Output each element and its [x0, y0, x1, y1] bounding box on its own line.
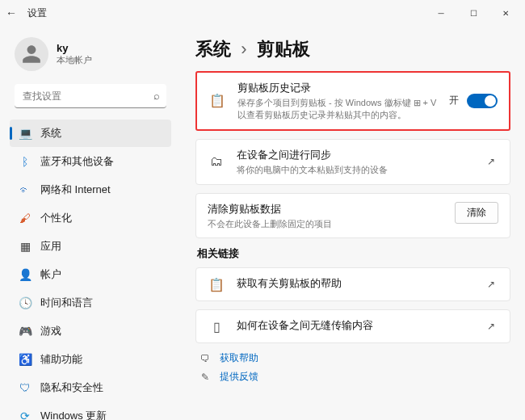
get-help-link[interactable]: 🗨获取帮助 — [199, 351, 510, 365]
card-sync[interactable]: 🗂 在设备之间进行同步 将你的电脑中的文本粘贴到支持的设备 ↗ — [195, 139, 510, 185]
sidebar-item-label: 应用 — [40, 239, 61, 254]
sidebar-item-time[interactable]: 🕓时间和语言 — [10, 289, 171, 317]
sidebar-item-network[interactable]: ᯤ网络和 Internet — [10, 176, 171, 204]
feedback-icon: ✎ — [199, 372, 212, 383]
minimize-button[interactable]: ─ — [425, 2, 457, 24]
clipboard-history-toggle[interactable] — [467, 94, 498, 108]
related-link-transfer[interactable]: ▯ 如何在设备之间无缝传输内容 ↗ — [195, 309, 510, 343]
search-input[interactable] — [15, 84, 166, 108]
accessibility-icon: ♿ — [18, 353, 32, 366]
sidebar-item-accounts[interactable]: 👤帐户 — [10, 261, 171, 288]
help-icon: 🗨 — [199, 353, 212, 364]
shield-icon: 🛡 — [18, 381, 32, 394]
card-clear: 清除剪贴板数据 不会在此设备上删除固定的项目 清除 — [195, 193, 510, 239]
card-title: 清除剪贴板数据 — [208, 202, 443, 216]
sidebar-item-update[interactable]: ⟳Windows 更新 — [10, 402, 171, 420]
sidebar-item-label: 辅助功能 — [40, 352, 82, 367]
avatar — [15, 37, 48, 71]
accounts-icon: 👤 — [18, 268, 32, 281]
maximize-button[interactable]: ☐ — [457, 2, 489, 24]
sidebar-item-personalization[interactable]: 🖌个性化 — [10, 204, 171, 232]
app-title: 设置 — [27, 6, 47, 20]
device-icon: ▯ — [208, 319, 225, 334]
sidebar-item-bluetooth[interactable]: ᛒ蓝牙和其他设备 — [10, 148, 171, 175]
sidebar-item-label: 帐户 — [40, 267, 61, 282]
breadcrumb-sep: › — [241, 39, 246, 59]
sidebar-item-accessibility[interactable]: ♿辅助功能 — [10, 346, 171, 373]
sidebar-item-gaming[interactable]: 🎮游戏 — [10, 317, 171, 345]
open-external-icon[interactable]: ↗ — [484, 279, 498, 290]
card-title: 在设备之间进行同步 — [237, 148, 472, 162]
brush-icon: 🖌 — [18, 212, 32, 225]
update-icon: ⟳ — [18, 410, 32, 420]
sidebar-item-label: 系统 — [40, 126, 61, 141]
toggle-state-label: 开 — [449, 94, 459, 107]
main-panel: 系统 › 剪贴板 📋 剪贴板历史记录 保存多个项目到剪贴板 - 按 Window… — [178, 26, 525, 420]
sidebar-item-privacy[interactable]: 🛡隐私和安全性 — [10, 374, 171, 401]
card-subtitle: 不会在此设备上删除固定的项目 — [208, 218, 443, 230]
related-heading: 相关链接 — [197, 246, 510, 261]
clipboard-icon: 📋 — [208, 277, 225, 292]
sidebar-item-label: 隐私和安全性 — [40, 380, 103, 395]
link-label: 获取有关剪贴板的帮助 — [237, 276, 472, 291]
card-clipboard-history: 📋 剪贴板历史记录 保存多个项目到剪贴板 - 按 Windows 徽标键 ⊞ +… — [195, 71, 510, 131]
sidebar-item-system[interactable]: 💻系统 — [10, 120, 171, 147]
link-label: 获取帮助 — [220, 351, 258, 365]
card-subtitle: 保存多个项目到剪贴板 - 按 Windows 徽标键 ⊞ + V 以查看剪贴板历… — [237, 97, 438, 121]
open-external-icon[interactable]: ↗ — [484, 156, 498, 167]
person-icon — [21, 44, 42, 65]
back-button[interactable]: ← — [3, 6, 19, 19]
user-name: ky — [57, 42, 92, 54]
link-label: 提供反馈 — [220, 370, 258, 384]
user-block[interactable]: ky 本地帐户 — [10, 32, 171, 79]
system-icon: 💻 — [18, 127, 32, 140]
user-subtitle: 本地帐户 — [57, 54, 92, 66]
sidebar-item-label: Windows 更新 — [40, 409, 107, 420]
gaming-icon: 🎮 — [18, 325, 32, 338]
give-feedback-link[interactable]: ✎提供反馈 — [199, 370, 510, 384]
card-title: 剪贴板历史记录 — [237, 81, 438, 95]
breadcrumb-page: 剪贴板 — [257, 39, 310, 59]
search-wrap: ⌕ — [15, 84, 166, 108]
sidebar-item-label: 游戏 — [40, 324, 61, 338]
titlebar: ← 设置 ─ ☐ ✕ — [0, 0, 525, 26]
search-icon: ⌕ — [153, 90, 160, 102]
related-link-help-clipboard[interactable]: 📋 获取有关剪贴板的帮助 ↗ — [195, 267, 510, 301]
sidebar-item-apps[interactable]: ▦应用 — [10, 233, 171, 260]
sidebar-item-label: 个性化 — [40, 211, 72, 225]
clock-icon: 🕓 — [18, 296, 32, 309]
sidebar: ky 本地帐户 ⌕ 💻系统 ᛒ蓝牙和其他设备 ᯤ网络和 Internet 🖌个性… — [0, 26, 178, 420]
sidebar-item-label: 网络和 Internet — [40, 183, 111, 197]
apps-icon: ▦ — [18, 240, 32, 253]
clear-button[interactable]: 清除 — [455, 202, 498, 224]
bluetooth-icon: ᛒ — [18, 155, 32, 168]
sidebar-item-label: 蓝牙和其他设备 — [40, 154, 114, 169]
breadcrumb-root[interactable]: 系统 — [195, 39, 231, 59]
clipboard-icon: 📋 — [208, 93, 226, 108]
card-subtitle: 将你的电脑中的文本粘贴到支持的设备 — [237, 164, 472, 176]
nav: 💻系统 ᛒ蓝牙和其他设备 ᯤ网络和 Internet 🖌个性化 ▦应用 👤帐户 … — [10, 120, 171, 420]
close-button[interactable]: ✕ — [489, 2, 522, 24]
breadcrumb: 系统 › 剪贴板 — [195, 37, 510, 61]
wifi-icon: ᯤ — [18, 183, 32, 196]
open-external-icon[interactable]: ↗ — [484, 321, 498, 332]
footer-links: 🗨获取帮助 ✎提供反馈 — [195, 351, 510, 384]
sync-icon: 🗂 — [208, 154, 225, 169]
settings-window: ← 设置 ─ ☐ ✕ ky 本地帐户 ⌕ — [0, 0, 525, 420]
link-label: 如何在设备之间无缝传输内容 — [237, 318, 472, 333]
sidebar-item-label: 时间和语言 — [40, 296, 93, 310]
